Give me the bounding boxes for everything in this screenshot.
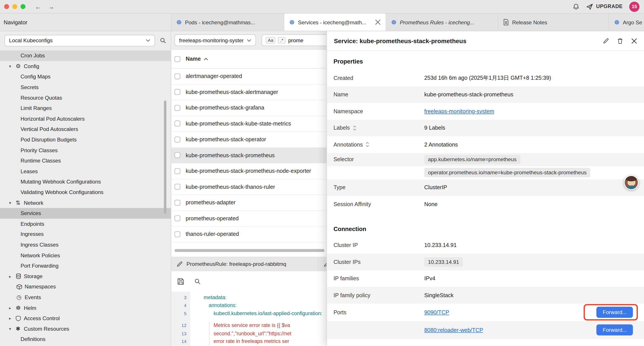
forward-button[interactable]: Forward... (597, 324, 633, 336)
save-button[interactable] (177, 278, 184, 285)
tree-item[interactable]: Ingress Classes (0, 240, 171, 250)
tree-item[interactable]: Mutating Webhook Configurations (0, 177, 171, 187)
notification-count-badge[interactable]: 15 (629, 1, 640, 12)
row-checkbox[interactable] (174, 216, 180, 221)
chevron-right-icon[interactable]: ▸ (9, 316, 16, 321)
tree-item[interactable]: Runtime Classes (0, 155, 171, 166)
tree-item[interactable]: ▾✱Custom Resources (0, 324, 171, 334)
tree-item[interactable]: Definitions (0, 334, 171, 345)
row-checkbox[interactable] (174, 152, 180, 158)
row-checkbox[interactable] (174, 200, 180, 205)
property-row[interactable]: TypeClusterIP (327, 179, 644, 196)
tree-item[interactable]: Priority Classes (0, 145, 171, 155)
app-tab[interactable]: ☸Pods - icecheng@mathmas... (171, 13, 284, 31)
close-tab-icon[interactable] (375, 19, 381, 25)
chevron-right-icon[interactable]: ▸ (9, 274, 16, 279)
tree-item[interactable]: Namespaces (0, 281, 171, 292)
port-link[interactable]: 8080:reloader-web/TCP (424, 327, 483, 333)
property-row[interactable]: Cluster IP10.233.14.91 (327, 237, 644, 254)
tree-item[interactable]: Horizontal Pod Autoscalers (0, 113, 171, 124)
property-row[interactable]: Ports9090/TCPForward... (327, 304, 644, 321)
tree-item[interactable]: Resource Quotas (0, 92, 171, 103)
chevron-down-icon[interactable]: ▾ (9, 64, 16, 68)
row-checkbox[interactable] (174, 168, 180, 174)
kubeconfig-select[interactable]: Local Kubeconfigs (4, 34, 155, 46)
property-row[interactable]: Selectorapp.kubernetes.io/name=prometheu… (327, 153, 644, 166)
tree-item[interactable]: ▾⚙Config (0, 61, 171, 71)
property-row[interactable]: Created253d 16h 6m ago (2025年1月13日 GMT+8… (327, 70, 644, 86)
tree-item[interactable]: Config Maps (0, 71, 171, 82)
property-value: IPv4 (424, 276, 638, 282)
property-row[interactable]: Labels9 Labels (327, 120, 644, 136)
property-row[interactable]: IP family policySingleStack (327, 287, 644, 304)
property-row[interactable]: IP familiesIPv4 (327, 270, 644, 287)
namespace-select[interactable]: freeleaps-monitoring-system (174, 34, 256, 46)
tree-item[interactable]: Services (0, 208, 171, 219)
chevron-down-icon[interactable]: ▾ (9, 201, 16, 205)
tree-item[interactable]: Leases (0, 166, 171, 177)
forward-button[interactable]: → (48, 3, 54, 10)
tree-item[interactable]: ▸Access Control (0, 313, 171, 324)
assistant-avatar[interactable] (624, 175, 638, 190)
tree-item[interactable]: Limit Ranges (0, 103, 171, 113)
sidebar-search-button[interactable] (160, 37, 166, 44)
row-checkbox[interactable] (174, 73, 180, 79)
chevron-right-icon[interactable]: ▸ (9, 306, 16, 310)
regex-toggle[interactable]: .* (278, 37, 285, 43)
tree-item[interactable]: ◷Events (0, 292, 171, 303)
row-checkbox[interactable] (174, 184, 180, 190)
tree-item[interactable]: Cron Jobs (0, 50, 171, 61)
tree-item[interactable]: Pod Disruption Budgets (0, 134, 171, 145)
property-row[interactable]: Namespacefreeleaps-monitoring-system (327, 103, 644, 120)
delete-button[interactable] (617, 37, 624, 44)
row-checkbox[interactable] (174, 136, 180, 142)
tree-item[interactable]: Port Forwarding (0, 261, 171, 271)
name-column-header[interactable]: Name (186, 56, 201, 62)
property-row[interactable]: Session AffinityNone (327, 196, 644, 212)
tree-item[interactable]: ▸☸Helm (0, 303, 171, 313)
property-row[interactable]: operator.prometheus.io/name=kube-prometh… (327, 166, 644, 179)
match-case-toggle[interactable]: Aa (266, 37, 275, 43)
horizontal-scrollbar[interactable] (174, 249, 324, 252)
sidebar-scrollbar[interactable] (164, 100, 166, 214)
property-row[interactable]: Cluster IPs10.233.14.91 (327, 254, 644, 270)
notifications-bell-icon[interactable] (573, 3, 580, 10)
back-button[interactable]: ← (35, 3, 41, 10)
expander-icon[interactable] (353, 125, 356, 131)
tree-item[interactable]: Vertical Pod Autoscalers (0, 124, 171, 134)
chevron-down-icon[interactable]: ▾ (9, 327, 16, 331)
editor-tab[interactable]: PrometheusRule: freeleaps-prod-rabbitmq (171, 257, 318, 271)
app-tab[interactable]: Release Notes (498, 13, 609, 31)
tree-item[interactable]: Ingresses (0, 229, 171, 240)
editor-tab-label: PrometheusRule: freeleaps-prod-rabbitmq (186, 261, 286, 267)
port-link[interactable]: 9090/TCP (424, 309, 449, 315)
close-panel-button[interactable] (631, 38, 637, 43)
upgrade-button[interactable]: UPGRADE (586, 3, 623, 10)
row-checkbox[interactable] (174, 121, 180, 126)
zoom-traffic-light[interactable] (20, 4, 26, 9)
tree-item[interactable]: ▸Storage (0, 271, 171, 282)
close-traffic-light[interactable] (4, 4, 9, 9)
row-checkbox[interactable] (174, 105, 180, 111)
expander-icon[interactable] (366, 142, 369, 147)
tree-item[interactable]: Secrets (0, 82, 171, 92)
tree-item[interactable]: Validating Webhook Configurations (0, 187, 171, 198)
tree-item[interactable]: Endpoints (0, 219, 171, 229)
row-checkbox[interactable] (174, 89, 180, 95)
property-row[interactable]: Annotations2 Annotations (327, 136, 644, 153)
minimize-traffic-light[interactable] (12, 4, 17, 9)
namespace-link[interactable]: freeleaps-monitoring-system (424, 108, 494, 114)
property-row[interactable]: Namekube-prometheus-stack-prometheus (327, 86, 644, 103)
edit-button[interactable] (603, 38, 609, 44)
app-tab[interactable]: ☸Argo Se (609, 13, 644, 31)
tree-item[interactable]: Network Policies (0, 250, 171, 261)
app-tab[interactable]: ☸Prometheus Rules - icecheng... (386, 13, 498, 31)
row-checkbox[interactable] (174, 231, 180, 237)
editor-search-button[interactable] (194, 278, 201, 285)
sort-ascending-icon[interactable] (204, 57, 208, 60)
select-all-checkbox[interactable] (174, 56, 180, 62)
tree-item[interactable]: ▾⇅Network (0, 198, 171, 208)
forward-button[interactable]: Forward... (597, 307, 633, 318)
property-row[interactable]: 8080:reloader-web/TCPForward... (327, 321, 644, 339)
app-tab[interactable]: ☸Services - icecheng@math... (284, 13, 386, 31)
